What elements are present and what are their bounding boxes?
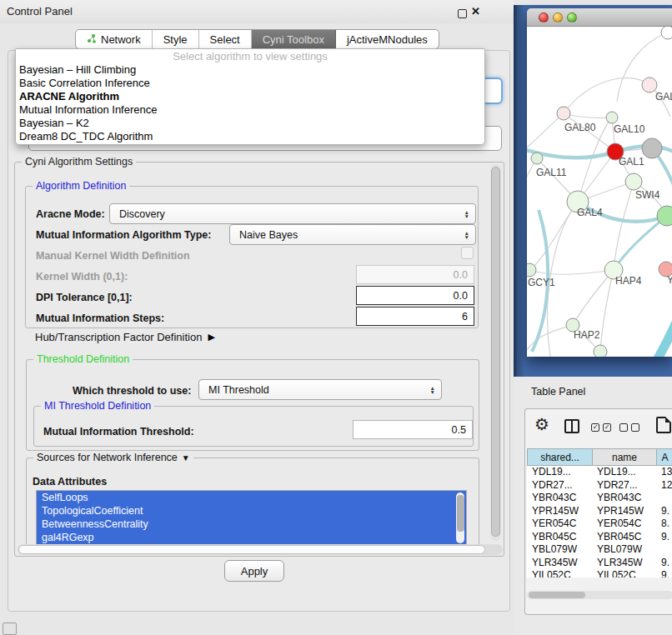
- mi-type-label: Mutual Information Algorithm Type:: [36, 229, 211, 241]
- settings-horizontal-scrollbar[interactable]: [18, 544, 503, 555]
- mi-threshold-legend: MI Threshold Definition: [41, 400, 154, 412]
- show-columns-icon[interactable]: ✓✓: [591, 423, 611, 432]
- sources-legend[interactable]: Sources for Network Inference ▼: [33, 452, 193, 463]
- sources-group: Sources for Network Inference ▼ Data Att…: [26, 458, 479, 552]
- close-panel-icon[interactable]: ✕: [471, 5, 480, 18]
- network-graph: GAL GAL80 GAL10 GAL1 GAL11 SWI4 GAL4 GCY…: [527, 27, 672, 357]
- node[interactable]: [594, 345, 607, 357]
- tab-jactivemnodules[interactable]: jActiveMNodules: [336, 30, 439, 48]
- expander-collapsed-icon: ▶: [208, 332, 214, 342]
- node-label: GCY1: [528, 277, 555, 288]
- kernel-width-label: Kernel Width (0,1):: [36, 271, 128, 282]
- close-window-icon[interactable]: [539, 12, 549, 22]
- table-row[interactable]: YLR345WYLR345W9.: [527, 557, 672, 570]
- node-gcy1[interactable]: [527, 263, 536, 277]
- table-row[interactable]: YDR27...YDR27...12: [527, 479, 672, 492]
- mi-type-value: Naive Bayes: [239, 229, 298, 241]
- table-row[interactable]: YPR145WYPR145W9.: [527, 505, 672, 518]
- hub-tf-expander[interactable]: Hub/Transcription Factor Definition ▶: [35, 331, 215, 343]
- tab-network[interactable]: Network: [76, 30, 153, 48]
- dropdown-item[interactable]: Bayesian – Hill Climbing: [16, 63, 484, 77]
- node[interactable]: [661, 27, 672, 39]
- attribute-item[interactable]: gal4RGexp: [37, 531, 466, 544]
- column-header-clipped[interactable]: A: [656, 448, 672, 466]
- network-icon: [87, 33, 97, 46]
- cyni-settings-legend: Cyni Algorithm Settings: [22, 156, 136, 168]
- node-gal1[interactable]: [625, 173, 642, 190]
- cyni-algorithm-settings-group: Cyni Algorithm Settings Algorithm Defini…: [14, 162, 504, 557]
- columns-icon[interactable]: [564, 419, 579, 433]
- table-row[interactable]: YBR045CYBR045C9.: [527, 531, 672, 544]
- minimize-window-icon[interactable]: [553, 12, 563, 22]
- table-row[interactable]: YDL19...YDL19...13: [527, 466, 672, 479]
- aracne-mode-label: Aracne Mode:: [36, 208, 105, 220]
- tab-select[interactable]: Select: [199, 30, 252, 48]
- float-panel-icon[interactable]: [458, 9, 467, 18]
- data-attributes-list: SelfLoops TopologicalCoefficient Between…: [36, 490, 467, 546]
- mi-steps-label: Mutual Information Steps:: [36, 312, 164, 324]
- table-horizontal-scrollbar[interactable]: [527, 591, 672, 599]
- node-label: GAL1: [619, 156, 644, 168]
- settings-vertical-scrollbar[interactable]: [490, 164, 501, 541]
- which-threshold-combobox[interactable]: MI Threshold ▲▼: [198, 379, 442, 400]
- node-gal10[interactable]: [606, 112, 618, 123]
- stepper-icon: ▲▼: [464, 230, 469, 239]
- hide-columns-icon[interactable]: [619, 423, 639, 432]
- node-gal80[interactable]: [557, 107, 570, 120]
- hub-tf-label: Hub/Transcription Factor Definition: [35, 331, 202, 343]
- dropdown-item[interactable]: Basic Correlation Inference: [16, 77, 484, 90]
- network-window-titlebar[interactable]: [527, 8, 672, 27]
- tab-cyni-toolbox[interactable]: Cyni Toolbox: [252, 30, 336, 48]
- column-header-shared-name[interactable]: shared...: [527, 448, 592, 466]
- mi-threshold-field[interactable]: 0.5: [353, 420, 473, 439]
- mi-type-combobox[interactable]: Naive Bayes ▲▼: [229, 224, 476, 245]
- table-panel-title: Table Panel: [531, 386, 585, 398]
- new-table-icon[interactable]: [656, 417, 671, 433]
- kernel-width-field: 0.0: [356, 265, 474, 284]
- network-canvas[interactable]: GAL GAL80 GAL10 GAL1 GAL11 SWI4 GAL4 GCY…: [527, 27, 672, 357]
- data-attributes-label: Data Attributes: [33, 476, 107, 488]
- table-row[interactable]: YER054CYER054C8.: [527, 518, 672, 531]
- zoom-window-icon[interactable]: [567, 12, 577, 22]
- node-label: GAL: [655, 91, 672, 102]
- attribute-item[interactable]: SelfLoops: [37, 491, 466, 504]
- table-header-row: shared... name A: [527, 448, 672, 466]
- dropdown-item-aracne[interactable]: ARACNE Algorithm: [16, 90, 484, 103]
- node-gray[interactable]: [642, 138, 662, 158]
- stepper-icon: ▲▼: [430, 385, 435, 394]
- attribute-item[interactable]: TopologicalCoefficient: [37, 504, 466, 518]
- node-table-card: ⚙ ✓✓ shared... name A YDL19...YDL19...13…: [524, 408, 672, 615]
- network-view-window: GAL GAL80 GAL10 GAL1 GAL11 SWI4 GAL4 GCY…: [527, 8, 672, 357]
- mi-steps-field[interactable]: 6: [356, 307, 474, 326]
- node-label: HAP4: [615, 275, 642, 287]
- node-gal11[interactable]: [531, 152, 543, 164]
- dropdown-item[interactable]: Bayesian – K2: [16, 117, 484, 130]
- bottom-left-grip[interactable]: [3, 622, 17, 635]
- dropdown-placeholder: Select algorithm to view settings: [16, 49, 484, 63]
- node-label: GAL80: [564, 122, 596, 133]
- apply-button[interactable]: Apply: [224, 560, 284, 582]
- aracne-mode-combobox[interactable]: Discovery ▲▼: [109, 203, 476, 224]
- cyni-toolbox-panel: Select algorithm to view settings Bayesi…: [8, 50, 510, 612]
- algorithm-definition-group: Algorithm Definition Aracne Mode: Discov…: [25, 186, 479, 328]
- algorithm-definition-legend: Algorithm Definition: [33, 180, 129, 192]
- dropdown-item[interactable]: Mutual Information Inference: [16, 103, 484, 117]
- table-row[interactable]: YIL052CYIL052C9.: [527, 569, 672, 578]
- collapse-arrow-icon: ▼: [182, 453, 190, 462]
- stepper-icon: ▲▼: [464, 209, 469, 218]
- gear-icon[interactable]: ⚙: [534, 416, 549, 432]
- table-row[interactable]: YBL079WYBL079W: [527, 543, 672, 557]
- mi-threshold-group: MI Threshold Definition Mutual Informati…: [33, 406, 474, 447]
- tab-style[interactable]: Style: [153, 30, 199, 48]
- column-header-name[interactable]: name: [592, 448, 656, 466]
- attribute-item[interactable]: BetweennessCentrality: [37, 518, 466, 531]
- algorithm-dropdown-popup: Select algorithm to view settings Bayesi…: [15, 48, 485, 145]
- threshold-definition-group: Threshold Definition Which threshold to …: [26, 359, 479, 451]
- manual-kernel-label: Manual Kernel Width Definition: [36, 250, 190, 262]
- attributes-scrollbar[interactable]: [456, 492, 464, 543]
- aracne-mode-value: Discovery: [119, 208, 165, 220]
- which-threshold-value: MI Threshold: [208, 384, 269, 396]
- table-row[interactable]: YBR043CYBR043C: [527, 492, 672, 505]
- dropdown-item[interactable]: Dream8 DC_TDC Algorithm: [16, 130, 484, 143]
- dpi-tolerance-field[interactable]: 0.0: [356, 286, 474, 305]
